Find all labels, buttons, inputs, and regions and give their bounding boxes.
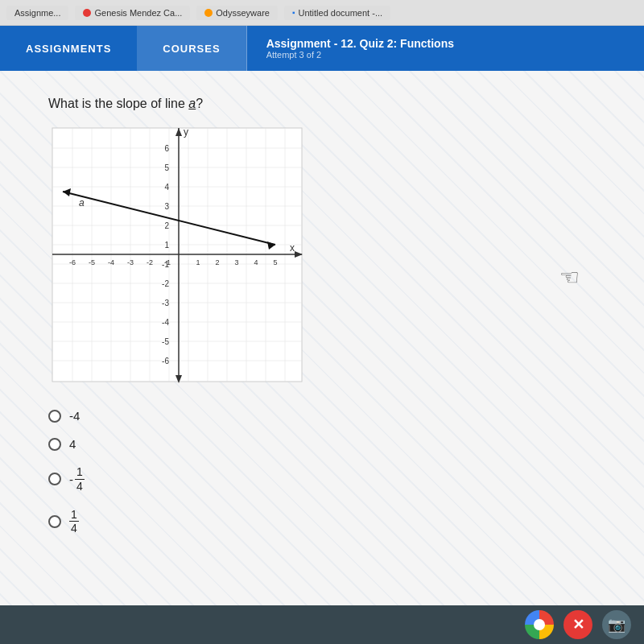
svg-text:5: 5 <box>164 163 169 172</box>
svg-text:1: 1 <box>164 241 169 250</box>
svg-text:4: 4 <box>164 183 169 192</box>
taskbar: ✕ 📷 <box>0 605 644 644</box>
svg-text:-4: -4 <box>162 318 169 327</box>
answer-label-1: -4 <box>69 409 80 423</box>
graph-container: y x 6 5 4 3 2 1 -1 -2 -3 -4 -5 -6 -6 -5 … <box>48 124 306 390</box>
svg-text:-6: -6 <box>69 258 76 266</box>
svg-text:6: 6 <box>164 144 169 153</box>
svg-text:-2: -2 <box>162 279 169 288</box>
main-content: What is the slope of line a? <box>0 71 644 618</box>
answer-option-2[interactable]: 4 <box>48 437 596 451</box>
svg-text:-3: -3 <box>162 299 169 308</box>
svg-text:5: 5 <box>273 258 277 266</box>
svg-text:-4: -4 <box>108 258 114 266</box>
assignments-tab[interactable]: ASSIGNMENTS <box>0 26 137 71</box>
svg-text:-1: -1 <box>164 258 171 266</box>
svg-text:x: x <box>290 242 295 254</box>
browser-bar: Assignme... Genesis Mendez Ca... Odyssey… <box>0 0 644 26</box>
close-taskbar-icon[interactable]: ✕ <box>564 610 592 639</box>
radio-3[interactable] <box>48 473 61 485</box>
camera-icon[interactable]: 📷 <box>602 610 631 639</box>
answer-label-2: 4 <box>69 437 76 451</box>
radio-1[interactable] <box>48 410 61 423</box>
radio-4[interactable] <box>48 515 61 528</box>
answer-option-4[interactable]: 1 4 <box>48 508 596 536</box>
svg-text:2: 2 <box>215 258 219 266</box>
browser-tab-2[interactable]: Genesis Mendez Ca... <box>75 6 190 20</box>
svg-text:-6: -6 <box>162 357 169 365</box>
svg-text:a: a <box>79 197 85 208</box>
svg-text:1: 1 <box>196 258 200 266</box>
graph-svg: y x 6 5 4 3 2 1 -1 -2 -3 -4 -5 -6 -6 -5 … <box>48 124 306 390</box>
svg-text:y: y <box>184 126 188 138</box>
chrome-icon[interactable] <box>525 610 554 639</box>
answer-option-1[interactable]: -4 <box>48 409 596 423</box>
assignment-info: Assignment - 12. Quiz 2: Functions Attem… <box>246 26 473 71</box>
answer-choices: -4 4 - 1 4 1 <box>48 409 596 535</box>
browser-tab-3[interactable]: Odysseyware <box>196 6 278 20</box>
svg-text:2: 2 <box>164 221 169 230</box>
radio-2[interactable] <box>48 438 61 451</box>
cursor-pointer-icon: ☞ <box>559 264 580 291</box>
browser-tab-4[interactable]: ▪ Untitled document -... <box>284 6 390 20</box>
question-text: What is the slope of line a? <box>48 97 596 111</box>
answer-option-3[interactable]: - 1 4 <box>48 465 596 493</box>
svg-text:-5: -5 <box>162 337 169 346</box>
assignment-title: Assignment - 12. Quiz 2: Functions <box>266 37 454 50</box>
svg-text:-3: -3 <box>127 258 134 266</box>
courses-tab[interactable]: COURSES <box>137 26 246 71</box>
browser-tab-1[interactable]: Assignme... <box>6 6 68 20</box>
answer-label-4: 1 4 <box>69 508 79 536</box>
assignment-attempt: Attempt 3 of 2 <box>266 50 454 60</box>
svg-text:-5: -5 <box>89 258 95 266</box>
app-nav: ASSIGNMENTS COURSES Assignment - 12. Qui… <box>0 26 644 71</box>
svg-text:-2: -2 <box>147 258 153 266</box>
svg-text:3: 3 <box>234 258 238 266</box>
svg-text:3: 3 <box>164 202 169 211</box>
svg-text:4: 4 <box>254 258 258 266</box>
answer-label-3: - 1 4 <box>69 465 85 493</box>
